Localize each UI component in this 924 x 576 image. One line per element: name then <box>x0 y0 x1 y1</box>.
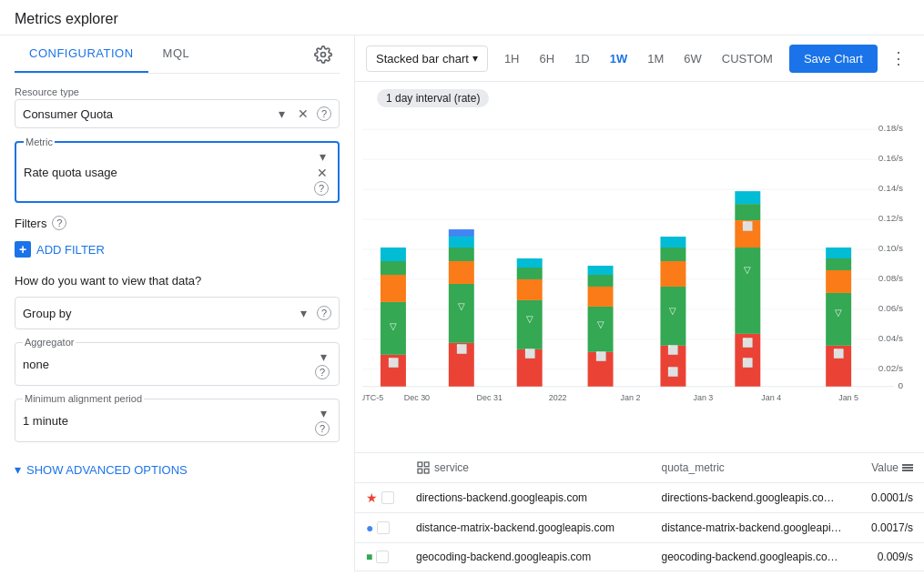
legend-row-0-value: 0.0001/s <box>853 483 924 513</box>
resource-type-help-icon[interactable]: ? <box>317 106 331 121</box>
resource-type-value: Consumer Quota <box>23 107 269 121</box>
alignment-field: Minimum alignment period 1 minute ▾ ? <box>15 399 340 442</box>
aggregator-dropdown-icon[interactable]: ▾ <box>315 349 331 365</box>
alignment-icons: ▾ ? <box>315 405 331 436</box>
legend-table: service quota_metric Value <box>355 452 924 571</box>
time-btn-custom[interactable]: CUSTOM <box>713 46 782 71</box>
resource-type-clear-icon[interactable]: ✕ <box>295 106 311 122</box>
svg-rect-46 <box>517 279 543 300</box>
view-section-title: How do you want to view that data? <box>15 274 340 288</box>
settings-button[interactable] <box>307 38 340 71</box>
density-toggle-icon[interactable] <box>902 464 913 471</box>
metric-value: Rate quota usage <box>24 166 314 179</box>
chart-container: 0.18/s 0.16/s 0.14/s 0.12/s 0.10/s 0.08/… <box>355 120 924 452</box>
chart-type-dropdown[interactable]: Stacked bar chart ▾ <box>366 45 488 72</box>
svg-rect-37 <box>449 284 474 343</box>
legend-row-0-service: directions-backend.googleapis.com <box>405 483 650 513</box>
metric-field: Metric Rate quota usage ▾ ✕ ? <box>15 141 340 203</box>
add-filter-button[interactable]: + ADD FILTER <box>15 237 340 261</box>
app-title: Metrics explorer <box>15 11 118 26</box>
legend-wrapper: service quota_metric Value <box>355 452 924 571</box>
chart-type-label: Stacked bar chart <box>376 52 469 66</box>
chart-area: 0.18/s 0.16/s 0.14/s 0.12/s 0.10/s 0.08/… <box>355 113 924 571</box>
resource-type-icons: ▾ ✕ ? <box>273 106 331 122</box>
svg-point-0 <box>321 52 326 56</box>
legend-row-1: ● distance-matrix-backend.googleapis.com… <box>355 513 924 543</box>
legend-row-1-quota: distance-matrix-backend.googleapis.com/b <box>650 513 853 543</box>
svg-rect-60 <box>660 261 685 287</box>
svg-text:UTC-5: UTC-5 <box>362 393 383 402</box>
metric-help-icon[interactable]: ? <box>314 181 329 196</box>
alignment-content: 1 minute ▾ ? <box>23 405 331 436</box>
group-by-value: Group by <box>23 307 295 320</box>
group-by-field[interactable]: Group by ▾ ? <box>15 297 340 329</box>
svg-rect-85 <box>418 469 422 473</box>
svg-text:0.16/s: 0.16/s <box>878 153 903 163</box>
time-btn-1w[interactable]: 1W <box>601 46 637 71</box>
filters-label: service Filters ? <box>15 216 340 230</box>
legend-value-col-header: Value <box>853 453 924 483</box>
star-icon: ★ <box>366 490 378 505</box>
legend-row-2-checkbox[interactable] <box>376 551 389 563</box>
svg-text:0: 0 <box>898 380 903 390</box>
metric-dropdown-icon[interactable]: ▾ <box>314 148 330 165</box>
chevron-down-icon: ▾ <box>15 462 21 477</box>
aggregator-legend: Aggregator <box>23 337 76 348</box>
svg-rect-55 <box>588 266 614 275</box>
filters-help-icon[interactable]: ? <box>52 216 66 230</box>
legend-row-0: ★ directions-backend.googleapis.com dire… <box>355 483 924 513</box>
svg-text:⬜: ⬜ <box>595 350 607 362</box>
group-by-help-icon[interactable]: ? <box>317 306 331 320</box>
svg-rect-48 <box>517 258 543 268</box>
group-by-dropdown-icon[interactable]: ▾ <box>295 305 311 321</box>
svg-rect-33 <box>381 248 406 261</box>
service-icon <box>416 460 431 475</box>
resource-type-container[interactable]: Consumer Quota ▾ ✕ ? <box>15 99 340 128</box>
legend-row-2-value: 0.009/s <box>853 543 924 571</box>
svg-text:⬜: ⬜ <box>524 348 536 359</box>
interval-badge-wrapper: 1 day interval (rate) <box>355 82 924 113</box>
tab-bar: CONFIGURATION MQL <box>15 35 340 73</box>
legend-row-1-indicator: ● <box>355 513 405 543</box>
time-btn-6h[interactable]: 6H <box>531 46 564 71</box>
svg-text:▽: ▽ <box>669 306 676 316</box>
alignment-help-icon[interactable]: ? <box>315 421 330 436</box>
group-by-icons: ▾ ? <box>295 305 331 321</box>
tab-mql[interactable]: MQL <box>148 35 205 73</box>
svg-rect-38 <box>449 261 474 284</box>
time-btn-1m[interactable]: 1M <box>638 46 673 71</box>
svg-rect-45 <box>517 300 543 349</box>
svg-text:⬜: ⬜ <box>388 357 400 369</box>
legend-row-0-quota: directions-backend.googleapis.com/billab <box>650 483 853 513</box>
tab-configuration[interactable]: CONFIGURATION <box>15 35 148 73</box>
time-buttons: 1H 6H 1D 1W 1M 6W CUSTOM <box>495 46 782 71</box>
aggregator-content: none ▾ ? <box>23 349 331 379</box>
svg-rect-79 <box>826 248 851 258</box>
svg-text:⬜: ⬜ <box>742 357 754 369</box>
aggregator-help-icon[interactable]: ? <box>315 365 330 379</box>
aggregator-icons: ▾ ? <box>315 349 331 379</box>
time-btn-6w[interactable]: 6W <box>675 46 711 71</box>
legend-row-1-checkbox[interactable] <box>377 521 390 534</box>
resource-type-field: Resource type Consumer Quota ▾ ✕ ? <box>15 86 340 128</box>
more-options-button[interactable]: ⋮ <box>885 43 912 74</box>
svg-text:0.06/s: 0.06/s <box>878 303 903 313</box>
svg-rect-77 <box>826 270 851 293</box>
metric-clear-icon[interactable]: ✕ <box>314 165 330 181</box>
aggregator-value: none <box>23 358 315 371</box>
svg-text:0.18/s: 0.18/s <box>878 123 903 133</box>
resource-type-dropdown-icon[interactable]: ▾ <box>273 106 289 122</box>
time-btn-1d[interactable]: 1D <box>565 46 599 71</box>
svg-rect-82 <box>418 462 422 467</box>
legend-row-0-checkbox[interactable] <box>381 491 394 504</box>
show-advanced-button[interactable]: ▾ SHOW ADVANCED OPTIONS <box>15 455 340 484</box>
alignment-legend: Minimum alignment period <box>23 393 144 404</box>
alignment-dropdown-icon[interactable]: ▾ <box>315 405 331 421</box>
svg-rect-76 <box>826 293 851 346</box>
svg-text:⬜: ⬜ <box>456 343 468 355</box>
time-btn-1h[interactable]: 1H <box>495 46 529 71</box>
svg-text:▽: ▽ <box>835 308 842 318</box>
save-chart-button[interactable]: Save Chart <box>789 45 878 73</box>
svg-rect-47 <box>517 268 543 279</box>
svg-rect-84 <box>424 469 429 473</box>
